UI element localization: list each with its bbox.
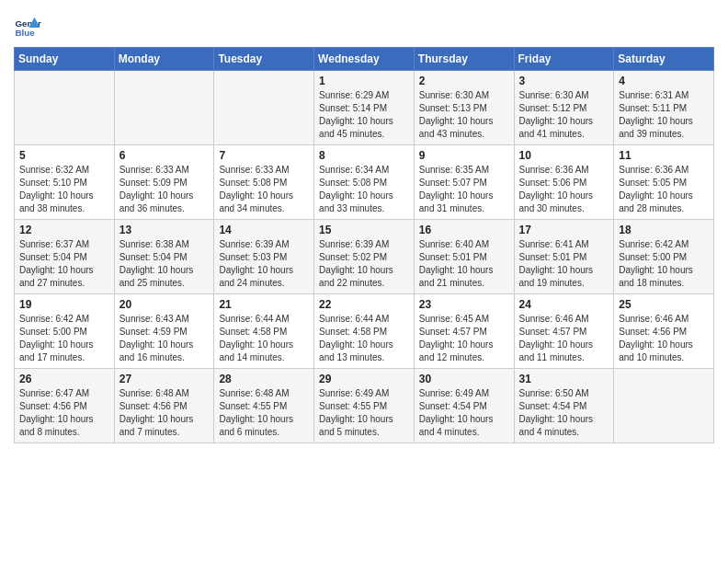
- calendar-cell: 31Sunrise: 6:50 AM Sunset: 4:54 PM Dayli…: [514, 369, 614, 443]
- calendar-cell: [214, 71, 314, 145]
- day-number: 26: [19, 373, 109, 385]
- day-number: 27: [119, 373, 210, 385]
- calendar-cell: [15, 71, 115, 145]
- day-number: 2: [419, 75, 509, 87]
- day-of-week-header: Tuesday: [214, 48, 314, 71]
- day-number: 8: [319, 149, 409, 162]
- day-info: Sunrise: 6:39 AM Sunset: 5:03 PM Dayligh…: [219, 238, 309, 290]
- calendar-cell: 14Sunrise: 6:39 AM Sunset: 5:03 PM Dayli…: [214, 220, 314, 294]
- calendar-cell: [614, 369, 714, 443]
- calendar-week-row: 1Sunrise: 6:29 AM Sunset: 5:14 PM Daylig…: [15, 71, 714, 145]
- day-number: 29: [319, 373, 409, 385]
- day-number: 6: [119, 149, 210, 162]
- day-info: Sunrise: 6:46 AM Sunset: 4:57 PM Dayligh…: [519, 313, 609, 364]
- day-info: Sunrise: 6:42 AM Sunset: 5:00 PM Dayligh…: [19, 313, 109, 364]
- calendar-cell: 20Sunrise: 6:43 AM Sunset: 4:59 PM Dayli…: [114, 294, 214, 369]
- day-number: 13: [119, 224, 210, 236]
- calendar-cell: 18Sunrise: 6:42 AM Sunset: 5:00 PM Dayli…: [614, 220, 714, 294]
- day-info: Sunrise: 6:44 AM Sunset: 4:58 PM Dayligh…: [219, 313, 309, 364]
- day-info: Sunrise: 6:36 AM Sunset: 5:05 PM Dayligh…: [619, 164, 709, 215]
- day-of-week-header: Wednesday: [314, 48, 415, 71]
- day-number: 24: [519, 298, 609, 311]
- calendar-cell: 8Sunrise: 6:34 AM Sunset: 5:08 PM Daylig…: [314, 145, 415, 220]
- day-info: Sunrise: 6:41 AM Sunset: 5:01 PM Dayligh…: [519, 238, 609, 290]
- day-info: Sunrise: 6:45 AM Sunset: 4:57 PM Dayligh…: [419, 313, 509, 364]
- day-number: 17: [519, 224, 609, 236]
- day-number: 11: [619, 149, 709, 162]
- day-of-week-header: Saturday: [614, 48, 714, 71]
- day-info: Sunrise: 6:48 AM Sunset: 4:55 PM Dayligh…: [219, 387, 309, 439]
- calendar-week-row: 19Sunrise: 6:42 AM Sunset: 5:00 PM Dayli…: [15, 294, 714, 369]
- day-number: 15: [319, 224, 409, 236]
- calendar-cell: 6Sunrise: 6:33 AM Sunset: 5:09 PM Daylig…: [114, 145, 214, 220]
- calendar-cell: 9Sunrise: 6:35 AM Sunset: 5:07 PM Daylig…: [414, 145, 514, 220]
- day-info: Sunrise: 6:30 AM Sunset: 5:12 PM Dayligh…: [519, 89, 609, 141]
- calendar-cell: 7Sunrise: 6:33 AM Sunset: 5:08 PM Daylig…: [214, 145, 314, 220]
- svg-text:Blue: Blue: [16, 28, 36, 38]
- calendar-cell: 11Sunrise: 6:36 AM Sunset: 5:05 PM Dayli…: [614, 145, 714, 220]
- calendar-cell: 28Sunrise: 6:48 AM Sunset: 4:55 PM Dayli…: [214, 369, 314, 443]
- calendar-cell: 10Sunrise: 6:36 AM Sunset: 5:06 PM Dayli…: [514, 145, 614, 220]
- calendar-cell: 13Sunrise: 6:38 AM Sunset: 5:04 PM Dayli…: [114, 220, 214, 294]
- day-info: Sunrise: 6:40 AM Sunset: 5:01 PM Dayligh…: [419, 238, 509, 290]
- calendar-cell: 17Sunrise: 6:41 AM Sunset: 5:01 PM Dayli…: [514, 220, 614, 294]
- day-number: 18: [619, 224, 709, 236]
- calendar-cell: 1Sunrise: 6:29 AM Sunset: 5:14 PM Daylig…: [314, 71, 415, 145]
- day-number: 7: [219, 149, 309, 162]
- calendar-table: SundayMondayTuesdayWednesdayThursdayFrid…: [14, 47, 714, 443]
- day-info: Sunrise: 6:34 AM Sunset: 5:08 PM Dayligh…: [319, 164, 409, 215]
- day-info: Sunrise: 6:33 AM Sunset: 5:08 PM Dayligh…: [219, 164, 309, 215]
- calendar-cell: 5Sunrise: 6:32 AM Sunset: 5:10 PM Daylig…: [15, 145, 115, 220]
- calendar-cell: 27Sunrise: 6:48 AM Sunset: 4:56 PM Dayli…: [114, 369, 214, 443]
- calendar-cell: 12Sunrise: 6:37 AM Sunset: 5:04 PM Dayli…: [15, 220, 115, 294]
- day-info: Sunrise: 6:36 AM Sunset: 5:06 PM Dayligh…: [519, 164, 609, 215]
- day-info: Sunrise: 6:43 AM Sunset: 4:59 PM Dayligh…: [119, 313, 210, 364]
- calendar-body: 1Sunrise: 6:29 AM Sunset: 5:14 PM Daylig…: [15, 71, 714, 443]
- day-number: 1: [319, 75, 409, 87]
- day-number: 31: [519, 373, 609, 385]
- day-of-week-header: Monday: [114, 48, 214, 71]
- calendar-cell: 29Sunrise: 6:49 AM Sunset: 4:55 PM Dayli…: [314, 369, 415, 443]
- day-info: Sunrise: 6:44 AM Sunset: 4:58 PM Dayligh…: [319, 313, 409, 364]
- calendar-cell: 2Sunrise: 6:30 AM Sunset: 5:13 PM Daylig…: [414, 71, 514, 145]
- day-number: 14: [219, 224, 309, 236]
- calendar-cell: 3Sunrise: 6:30 AM Sunset: 5:12 PM Daylig…: [514, 71, 614, 145]
- calendar-week-row: 12Sunrise: 6:37 AM Sunset: 5:04 PM Dayli…: [15, 220, 714, 294]
- calendar-week-row: 5Sunrise: 6:32 AM Sunset: 5:10 PM Daylig…: [15, 145, 714, 220]
- day-info: Sunrise: 6:31 AM Sunset: 5:11 PM Dayligh…: [619, 89, 709, 141]
- day-number: 23: [419, 298, 509, 311]
- day-of-week-header: Sunday: [15, 48, 115, 71]
- calendar-cell: [114, 71, 214, 145]
- day-info: Sunrise: 6:46 AM Sunset: 4:56 PM Dayligh…: [619, 313, 709, 364]
- calendar-cell: 16Sunrise: 6:40 AM Sunset: 5:01 PM Dayli…: [414, 220, 514, 294]
- day-number: 28: [219, 373, 309, 385]
- calendar-cell: 26Sunrise: 6:47 AM Sunset: 4:56 PM Dayli…: [15, 369, 115, 443]
- day-number: 20: [119, 298, 210, 311]
- day-info: Sunrise: 6:49 AM Sunset: 4:55 PM Dayligh…: [319, 387, 409, 439]
- day-number: 12: [19, 224, 109, 236]
- day-info: Sunrise: 6:38 AM Sunset: 5:04 PM Dayligh…: [119, 238, 210, 290]
- day-info: Sunrise: 6:49 AM Sunset: 4:54 PM Dayligh…: [419, 387, 509, 439]
- day-info: Sunrise: 6:50 AM Sunset: 4:54 PM Dayligh…: [519, 387, 609, 439]
- day-info: Sunrise: 6:47 AM Sunset: 4:56 PM Dayligh…: [19, 387, 109, 439]
- day-number: 4: [619, 75, 709, 87]
- day-of-week-header: Friday: [514, 48, 614, 71]
- day-number: 30: [419, 373, 509, 385]
- day-info: Sunrise: 6:39 AM Sunset: 5:02 PM Dayligh…: [319, 238, 409, 290]
- day-info: Sunrise: 6:42 AM Sunset: 5:00 PM Dayligh…: [619, 238, 709, 290]
- calendar-cell: 30Sunrise: 6:49 AM Sunset: 4:54 PM Dayli…: [414, 369, 514, 443]
- day-number: 5: [19, 149, 109, 162]
- day-number: 19: [19, 298, 109, 311]
- day-number: 10: [519, 149, 609, 162]
- calendar-week-row: 26Sunrise: 6:47 AM Sunset: 4:56 PM Dayli…: [15, 369, 714, 443]
- day-info: Sunrise: 6:30 AM Sunset: 5:13 PM Dayligh…: [419, 89, 509, 141]
- day-info: Sunrise: 6:32 AM Sunset: 5:10 PM Dayligh…: [19, 164, 109, 215]
- day-info: Sunrise: 6:48 AM Sunset: 4:56 PM Dayligh…: [119, 387, 210, 439]
- day-number: 21: [219, 298, 309, 311]
- logo-icon: General Blue: [14, 14, 41, 41]
- day-info: Sunrise: 6:29 AM Sunset: 5:14 PM Dayligh…: [319, 89, 409, 141]
- logo: General Blue: [14, 14, 45, 41]
- day-number: 9: [419, 149, 509, 162]
- calendar-cell: 23Sunrise: 6:45 AM Sunset: 4:57 PM Dayli…: [414, 294, 514, 369]
- day-number: 3: [519, 75, 609, 87]
